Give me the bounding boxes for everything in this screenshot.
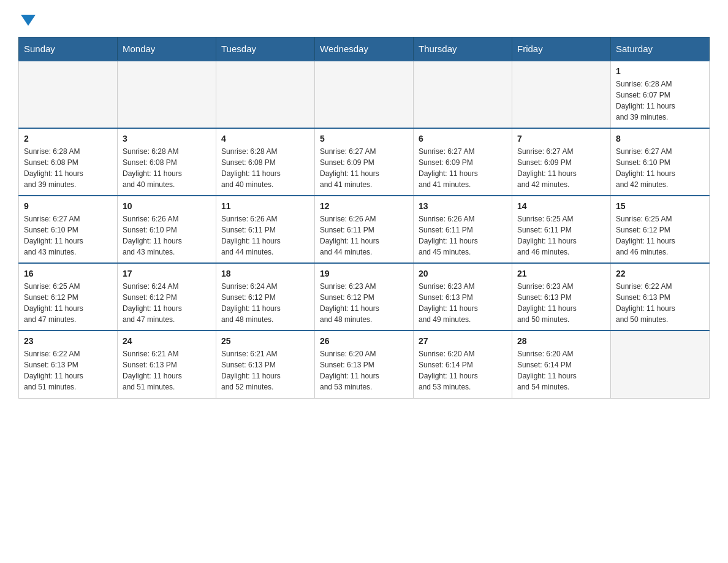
day-of-week-header: Sunday xyxy=(19,37,118,61)
logo-triangle-icon xyxy=(21,15,36,26)
day-number: 28 xyxy=(517,336,605,346)
day-number: 23 xyxy=(24,336,112,346)
week-row: 1Sunrise: 6:28 AMSunset: 6:07 PMDaylight… xyxy=(19,61,710,128)
calendar-cell: 15Sunrise: 6:25 AMSunset: 6:12 PMDayligh… xyxy=(611,196,710,263)
calendar-cell: 8Sunrise: 6:27 AMSunset: 6:10 PMDaylight… xyxy=(611,128,710,196)
day-info: Sunrise: 6:25 AMSunset: 6:12 PMDaylight:… xyxy=(616,213,704,258)
day-info: Sunrise: 6:25 AMSunset: 6:12 PMDaylight:… xyxy=(24,281,112,325)
day-info: Sunrise: 6:22 AMSunset: 6:13 PMDaylight:… xyxy=(616,281,704,325)
day-number: 11 xyxy=(221,201,309,211)
day-info: Sunrise: 6:24 AMSunset: 6:12 PMDaylight:… xyxy=(221,281,309,325)
calendar-cell: 21Sunrise: 6:23 AMSunset: 6:13 PMDayligh… xyxy=(512,263,611,331)
day-info: Sunrise: 6:27 AMSunset: 6:10 PMDaylight:… xyxy=(616,146,704,190)
day-number: 2 xyxy=(24,134,112,144)
day-info: Sunrise: 6:21 AMSunset: 6:13 PMDaylight:… xyxy=(123,348,211,393)
logo xyxy=(18,12,36,25)
calendar-cell: 5Sunrise: 6:27 AMSunset: 6:09 PMDaylight… xyxy=(315,128,414,196)
day-number: 22 xyxy=(616,269,704,278)
day-number: 9 xyxy=(24,201,112,211)
calendar-cell xyxy=(216,61,315,128)
day-of-week-header: Monday xyxy=(118,37,216,61)
day-info: Sunrise: 6:20 AMSunset: 6:14 PMDaylight:… xyxy=(517,348,605,393)
calendar-cell: 22Sunrise: 6:22 AMSunset: 6:13 PMDayligh… xyxy=(611,263,710,331)
day-number: 6 xyxy=(419,134,507,144)
day-info: Sunrise: 6:26 AMSunset: 6:11 PMDaylight:… xyxy=(419,213,507,258)
calendar-cell: 6Sunrise: 6:27 AMSunset: 6:09 PMDaylight… xyxy=(414,128,512,196)
calendar-cell: 2Sunrise: 6:28 AMSunset: 6:08 PMDaylight… xyxy=(19,128,118,196)
day-of-week-header: Friday xyxy=(512,37,611,61)
day-number: 12 xyxy=(320,201,408,211)
day-number: 3 xyxy=(123,134,211,144)
calendar-cell: 24Sunrise: 6:21 AMSunset: 6:13 PMDayligh… xyxy=(118,331,216,398)
day-number: 17 xyxy=(123,269,211,278)
day-info: Sunrise: 6:26 AMSunset: 6:11 PMDaylight:… xyxy=(221,213,309,258)
calendar-cell: 16Sunrise: 6:25 AMSunset: 6:12 PMDayligh… xyxy=(19,263,118,331)
day-number: 24 xyxy=(123,336,211,346)
week-row: 16Sunrise: 6:25 AMSunset: 6:12 PMDayligh… xyxy=(19,263,710,331)
day-info: Sunrise: 6:27 AMSunset: 6:09 PMDaylight:… xyxy=(320,146,408,190)
calendar-cell: 28Sunrise: 6:20 AMSunset: 6:14 PMDayligh… xyxy=(512,331,611,398)
calendar-cell: 23Sunrise: 6:22 AMSunset: 6:13 PMDayligh… xyxy=(19,331,118,398)
calendar-cell: 17Sunrise: 6:24 AMSunset: 6:12 PMDayligh… xyxy=(118,263,216,331)
calendar-cell: 18Sunrise: 6:24 AMSunset: 6:12 PMDayligh… xyxy=(216,263,315,331)
day-info: Sunrise: 6:26 AMSunset: 6:10 PMDaylight:… xyxy=(123,213,211,258)
day-of-week-header: Thursday xyxy=(414,37,512,61)
calendar-cell: 10Sunrise: 6:26 AMSunset: 6:10 PMDayligh… xyxy=(118,196,216,263)
calendar-cell: 20Sunrise: 6:23 AMSunset: 6:13 PMDayligh… xyxy=(414,263,512,331)
day-number: 1 xyxy=(616,66,704,76)
day-info: Sunrise: 6:28 AMSunset: 6:07 PMDaylight:… xyxy=(616,79,704,123)
day-number: 27 xyxy=(419,336,507,346)
calendar-cell xyxy=(315,61,414,128)
calendar-cell xyxy=(19,61,118,128)
calendar-table: SundayMondayTuesdayWednesdayThursdayFrid… xyxy=(18,37,710,399)
calendar-cell: 13Sunrise: 6:26 AMSunset: 6:11 PMDayligh… xyxy=(414,196,512,263)
calendar-cell: 14Sunrise: 6:25 AMSunset: 6:11 PMDayligh… xyxy=(512,196,611,263)
day-info: Sunrise: 6:21 AMSunset: 6:13 PMDaylight:… xyxy=(221,348,309,393)
day-info: Sunrise: 6:27 AMSunset: 6:10 PMDaylight:… xyxy=(24,213,112,258)
day-number: 21 xyxy=(517,269,605,278)
day-number: 8 xyxy=(616,134,704,144)
day-info: Sunrise: 6:27 AMSunset: 6:09 PMDaylight:… xyxy=(419,146,507,190)
day-info: Sunrise: 6:20 AMSunset: 6:13 PMDaylight:… xyxy=(320,348,408,393)
day-info: Sunrise: 6:23 AMSunset: 6:13 PMDaylight:… xyxy=(419,281,507,325)
calendar-cell xyxy=(611,331,710,398)
calendar-cell: 26Sunrise: 6:20 AMSunset: 6:13 PMDayligh… xyxy=(315,331,414,398)
week-row: 2Sunrise: 6:28 AMSunset: 6:08 PMDaylight… xyxy=(19,128,710,196)
day-info: Sunrise: 6:27 AMSunset: 6:09 PMDaylight:… xyxy=(517,146,605,190)
day-info: Sunrise: 6:23 AMSunset: 6:12 PMDaylight:… xyxy=(320,281,408,325)
day-number: 18 xyxy=(221,269,309,278)
day-info: Sunrise: 6:20 AMSunset: 6:14 PMDaylight:… xyxy=(419,348,507,393)
day-number: 20 xyxy=(419,269,507,278)
day-info: Sunrise: 6:26 AMSunset: 6:11 PMDaylight:… xyxy=(320,213,408,258)
day-info: Sunrise: 6:28 AMSunset: 6:08 PMDaylight:… xyxy=(24,146,112,190)
calendar-cell: 4Sunrise: 6:28 AMSunset: 6:08 PMDaylight… xyxy=(216,128,315,196)
day-info: Sunrise: 6:23 AMSunset: 6:13 PMDaylight:… xyxy=(517,281,605,325)
calendar-cell: 3Sunrise: 6:28 AMSunset: 6:08 PMDaylight… xyxy=(118,128,216,196)
calendar-cell: 25Sunrise: 6:21 AMSunset: 6:13 PMDayligh… xyxy=(216,331,315,398)
day-number: 19 xyxy=(320,269,408,278)
week-row: 9Sunrise: 6:27 AMSunset: 6:10 PMDaylight… xyxy=(19,196,710,263)
day-number: 26 xyxy=(320,336,408,346)
day-of-week-header: Saturday xyxy=(611,37,710,61)
day-of-week-header: Tuesday xyxy=(216,37,315,61)
day-info: Sunrise: 6:24 AMSunset: 6:12 PMDaylight:… xyxy=(123,281,211,325)
day-number: 4 xyxy=(221,134,309,144)
calendar-cell: 27Sunrise: 6:20 AMSunset: 6:14 PMDayligh… xyxy=(414,331,512,398)
calendar-cell: 19Sunrise: 6:23 AMSunset: 6:12 PMDayligh… xyxy=(315,263,414,331)
calendar-header-row: SundayMondayTuesdayWednesdayThursdayFrid… xyxy=(19,37,710,61)
day-info: Sunrise: 6:22 AMSunset: 6:13 PMDaylight:… xyxy=(24,348,112,393)
calendar-cell xyxy=(118,61,216,128)
day-info: Sunrise: 6:25 AMSunset: 6:11 PMDaylight:… xyxy=(517,213,605,258)
day-number: 7 xyxy=(517,134,605,144)
calendar-cell: 9Sunrise: 6:27 AMSunset: 6:10 PMDaylight… xyxy=(19,196,118,263)
calendar-cell xyxy=(414,61,512,128)
day-info: Sunrise: 6:28 AMSunset: 6:08 PMDaylight:… xyxy=(123,146,211,190)
day-number: 15 xyxy=(616,201,704,211)
day-number: 14 xyxy=(517,201,605,211)
day-of-week-header: Wednesday xyxy=(315,37,414,61)
day-number: 10 xyxy=(123,201,211,211)
day-number: 5 xyxy=(320,134,408,144)
calendar-cell: 7Sunrise: 6:27 AMSunset: 6:09 PMDaylight… xyxy=(512,128,611,196)
day-number: 16 xyxy=(24,269,112,278)
day-info: Sunrise: 6:28 AMSunset: 6:08 PMDaylight:… xyxy=(221,146,309,190)
